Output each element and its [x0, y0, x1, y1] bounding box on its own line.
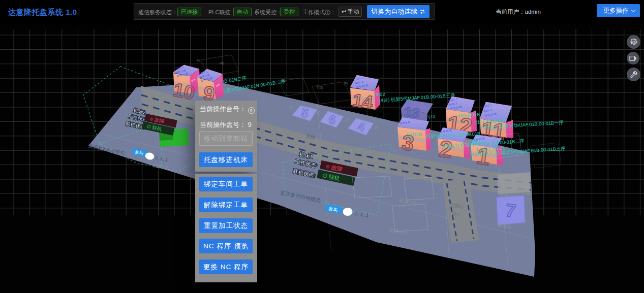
svg-text:B11001: B11001 [407, 132, 423, 138]
svg-text:i: i [327, 10, 328, 15]
svg-text:(72: (72 [428, 114, 436, 119]
svg-text:轨1: 轨1 [452, 211, 461, 217]
svg-text:14: 14 [351, 89, 374, 113]
svg-text:8002: 8002 [375, 92, 385, 97]
svg-text:10: 10 [172, 79, 197, 104]
